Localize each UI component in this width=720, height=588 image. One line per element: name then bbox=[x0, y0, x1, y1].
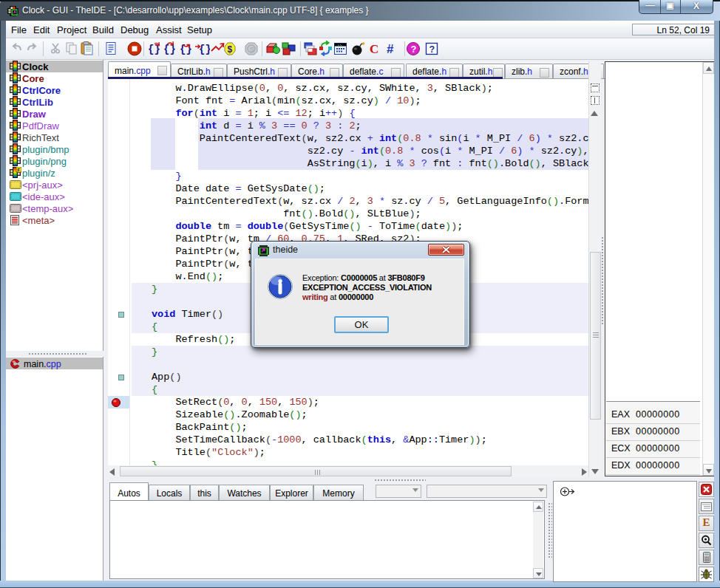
svg-text:C: C bbox=[370, 42, 378, 56]
svg-text:$: $ bbox=[228, 44, 233, 55]
svg-text:{}: {} bbox=[163, 44, 176, 55]
svg-text:?: ? bbox=[429, 44, 435, 55]
svg-text:S: S bbox=[250, 45, 254, 53]
svg-text:#: # bbox=[387, 42, 394, 56]
svg-text:{}: {} bbox=[199, 44, 210, 55]
svg-text:{}: {} bbox=[180, 44, 192, 55]
svg-text:F: F bbox=[18, 168, 21, 172]
svg-text:?: ? bbox=[411, 44, 417, 55]
